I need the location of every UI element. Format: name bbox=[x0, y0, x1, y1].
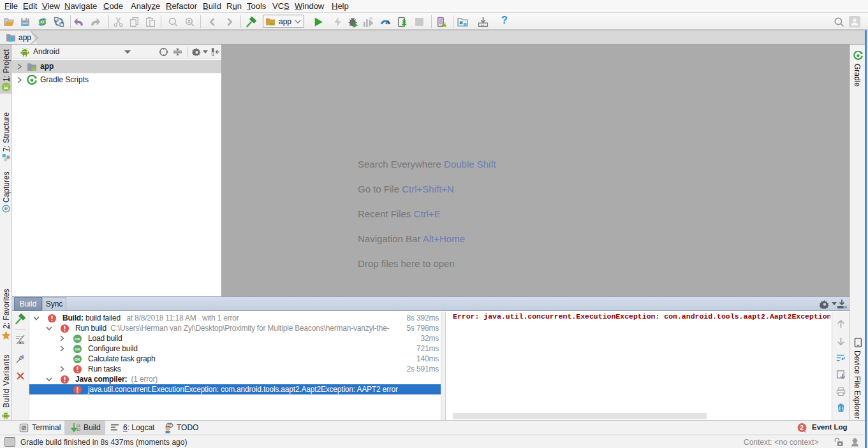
svg-text:10: 10 bbox=[77, 428, 80, 431]
svg-text:OK: OK bbox=[75, 357, 81, 361]
svg-text:ab: ab bbox=[18, 340, 24, 345]
svg-text:2: 2 bbox=[800, 424, 804, 431]
svg-text:OK: OK bbox=[75, 347, 81, 351]
svg-text:OK: OK bbox=[75, 336, 81, 341]
svg-text:01: 01 bbox=[77, 424, 80, 428]
